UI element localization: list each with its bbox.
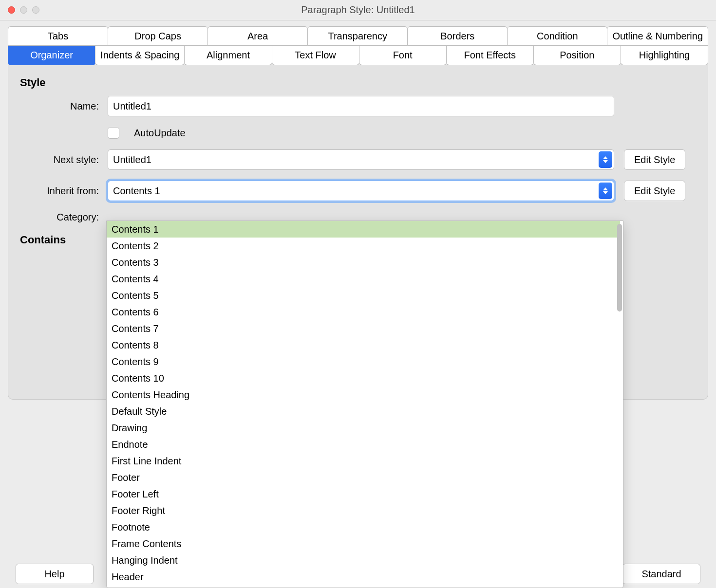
select-stepper-icon[interactable]	[599, 151, 612, 168]
dropdown-option[interactable]: Contents 1	[107, 221, 620, 238]
tab-organizer[interactable]: Organizer	[8, 46, 95, 65]
label-category: Category:	[20, 212, 108, 223]
dropdown-option[interactable]: Footer Left	[107, 486, 620, 502]
dropdown-option[interactable]: Contents 3	[107, 254, 620, 271]
dropdown-option[interactable]: Footer	[107, 469, 620, 486]
dropdown-option[interactable]: Contents 7	[107, 320, 620, 337]
autoupdate-label: AutoUpdate	[134, 128, 186, 139]
autoupdate-checkbox[interactable]	[108, 127, 119, 139]
dropdown-option[interactable]: Footer Right	[107, 502, 620, 519]
dropdown-option[interactable]: Contents 6	[107, 304, 620, 320]
dropdown-option[interactable]: Contents 5	[107, 287, 620, 304]
tab-tabs[interactable]: Tabs	[8, 26, 108, 46]
dropdown-option[interactable]: Header	[107, 569, 620, 585]
dropdown-option[interactable]: Contents 4	[107, 271, 620, 287]
dropdown-scrollbar[interactable]	[617, 224, 622, 312]
next-style-select[interactable]: Untitled1	[108, 149, 614, 170]
row-inherit-from: Inherit from: Contents 1 Edit Style	[20, 181, 696, 201]
tab-alignment[interactable]: Alignment	[184, 46, 272, 65]
inherit-from-value: Contents 1	[113, 185, 160, 197]
tab-borders[interactable]: Borders	[407, 26, 508, 46]
dialog-window: Paragraph Style: Untitled1 TabsDrop Caps…	[0, 0, 716, 588]
tab-outline-numbering[interactable]: Outline & Numbering	[607, 26, 708, 46]
select-stepper-icon[interactable]	[599, 183, 612, 199]
window-title: Paragraph Style: Untitled1	[0, 4, 716, 16]
tab-drop-caps[interactable]: Drop Caps	[108, 26, 208, 46]
dropdown-option[interactable]: Contents 9	[107, 353, 620, 370]
dropdown-option[interactable]: Frame Contents	[107, 535, 620, 552]
section-style: Style	[20, 76, 696, 89]
dropdown-option[interactable]: Contents 8	[107, 337, 620, 353]
label-next-style: Next style:	[20, 154, 108, 165]
tab-text-flow[interactable]: Text Flow	[272, 46, 359, 65]
dropdown-option[interactable]: First Line Indent	[107, 453, 620, 469]
tab-position[interactable]: Position	[533, 46, 621, 65]
dropdown-option[interactable]: Contents 10	[107, 370, 620, 386]
tab-font-effects[interactable]: Font Effects	[446, 46, 534, 65]
tab-font[interactable]: Font	[359, 46, 447, 65]
help-button[interactable]: Help	[16, 564, 94, 584]
row-next-style: Next style: Untitled1 Edit Style	[20, 149, 696, 170]
dropdown-option[interactable]: Contents 2	[107, 238, 620, 254]
tab-highlighting[interactable]: Highlighting	[621, 46, 708, 65]
tab-area[interactable]: Area	[207, 26, 308, 46]
tab-condition[interactable]: Condition	[507, 26, 607, 46]
tab-indents-spacing[interactable]: Indents & Spacing	[95, 46, 185, 65]
edit-style-button-2[interactable]: Edit Style	[624, 181, 685, 201]
dropdown-option[interactable]: Drawing	[107, 420, 620, 436]
edit-style-button-1[interactable]: Edit Style	[624, 149, 685, 170]
dropdown-option[interactable]: Hanging Indent	[107, 552, 620, 569]
dropdown-option[interactable]: Endnote	[107, 436, 620, 453]
name-input[interactable]	[108, 96, 614, 116]
tabs: TabsDrop CapsAreaTransparencyBordersCond…	[8, 26, 708, 65]
dropdown-option[interactable]: Footnote	[107, 519, 620, 535]
inherit-from-select[interactable]: Contents 1	[108, 181, 614, 201]
row-autoupdate: AutoUpdate	[20, 127, 696, 139]
label-name: Name:	[20, 101, 108, 112]
tab-transparency[interactable]: Transparency	[307, 26, 408, 46]
dropdown-option[interactable]: Header Left	[107, 585, 620, 588]
dropdown-option[interactable]: Default Style	[107, 403, 620, 420]
label-inherit-from: Inherit from:	[20, 185, 108, 197]
standard-button[interactable]: Standard	[622, 564, 700, 584]
dropdown-option[interactable]: Contents Heading	[107, 386, 620, 403]
row-name: Name:	[20, 96, 696, 116]
titlebar: Paragraph Style: Untitled1	[0, 0, 716, 20]
inherit-from-dropdown[interactable]: Contents 1Contents 2Contents 3Contents 4…	[106, 220, 623, 588]
next-style-value: Untitled1	[113, 154, 151, 165]
